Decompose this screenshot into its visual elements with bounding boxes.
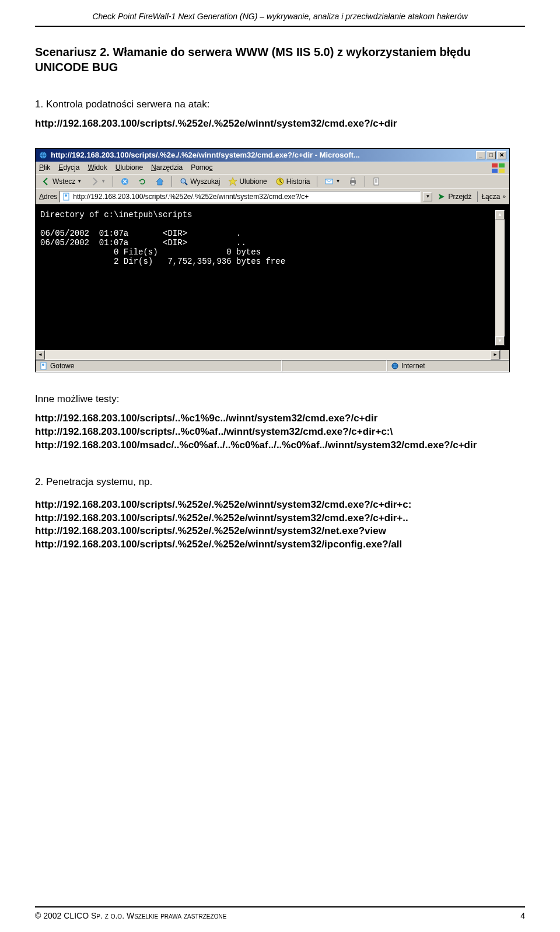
menu-file[interactable]: Plik	[39, 163, 50, 173]
history-icon	[275, 177, 285, 186]
section-title: Scenariusz 2. Włamanie do serwera WWW (M…	[35, 44, 525, 75]
favorites-button[interactable]: Ulubione	[226, 176, 269, 187]
menu-favorites[interactable]: Ulubione	[116, 163, 143, 173]
directory-listing: Directory of c:\inetpub\scripts 06/05/20…	[40, 210, 495, 345]
svg-point-17	[42, 364, 44, 366]
search-button[interactable]: Wyszukaj	[177, 176, 222, 187]
home-icon	[155, 177, 164, 186]
step1-url: http://192.168.203.100/scripts/.%252e/.%…	[35, 117, 525, 131]
page-content: Directory of c:\inetpub\scripts 06/05/20…	[36, 204, 509, 350]
forward-button[interactable]: ▼	[88, 176, 108, 187]
resize-grip[interactable]	[500, 350, 509, 359]
stop-icon	[120, 177, 130, 186]
home-button[interactable]	[153, 176, 167, 187]
document-header: Check Point FireWall-1 Next Generation (…	[35, 12, 525, 27]
svg-rect-2	[499, 163, 505, 167]
step2-label: 2. Penetracja systemu, np.	[35, 476, 525, 489]
toolbar: Wstecz ▼ ▼ Wyszukaj	[36, 174, 509, 189]
star-icon	[228, 177, 237, 186]
page-icon	[62, 193, 71, 201]
scroll-right-button[interactable]: ►	[491, 350, 500, 359]
back-arrow-icon	[41, 177, 51, 186]
svg-point-6	[181, 179, 186, 183]
address-label: Adres	[39, 193, 57, 201]
status-right: Internet	[387, 360, 509, 372]
svg-rect-16	[41, 362, 46, 369]
minimize-button[interactable]: _	[476, 151, 485, 159]
ie-icon	[38, 151, 48, 160]
svg-point-15	[65, 194, 67, 197]
scroll-up-button[interactable]: ▲	[495, 210, 505, 219]
maximize-button[interactable]: □	[487, 151, 496, 159]
page-number: 4	[520, 911, 525, 920]
address-input[interactable]: http://192.168.203.100/scripts/.%252e/.%…	[60, 191, 421, 203]
other-tests-urls: http://192.168.203.100/scripts/..%c1%9c.…	[35, 412, 525, 452]
other-tests-intro: Inne możliwe testy:	[35, 393, 525, 406]
svg-rect-12	[351, 183, 355, 185]
status-bar: Gotowe Internet	[36, 359, 509, 372]
browser-window: http://192.168.203.100/scripts/.%2e./.%2…	[35, 148, 510, 372]
refresh-icon	[138, 177, 147, 186]
menu-edit[interactable]: Edycja	[58, 163, 79, 173]
horizontal-scrollbar[interactable]: ◄ ►	[36, 350, 509, 359]
menu-bar: Plik Edycja Widok Ulubione Narzędzia Pom…	[36, 162, 509, 174]
status-mid	[282, 360, 387, 372]
svg-line-7	[185, 183, 187, 185]
svg-rect-1	[492, 163, 498, 167]
address-dropdown[interactable]: ▼	[423, 192, 432, 201]
page-footer: © 2002 CLICO Sp. z o.o. Wszelkie prawa z…	[35, 906, 525, 920]
step1-label: 1. Kontrola podatności serwera na atak:	[35, 98, 525, 111]
menu-tools[interactable]: Narzędzia	[151, 163, 183, 173]
back-button[interactable]: Wstecz ▼	[39, 176, 84, 187]
refresh-button[interactable]	[135, 176, 149, 187]
scroll-left-button[interactable]: ◄	[36, 350, 45, 359]
window-titlebar: http://192.168.203.100/scripts/.%2e./.%2…	[36, 149, 509, 162]
windows-flag-icon	[492, 163, 506, 173]
address-bar: Adres http://192.168.203.100/scripts/.%2…	[36, 189, 509, 204]
go-icon	[437, 192, 446, 201]
status-left: Gotowe	[36, 360, 282, 372]
window-title-text: http://192.168.203.100/scripts/.%2e./.%2…	[51, 151, 360, 159]
svg-rect-3	[492, 169, 498, 173]
go-button[interactable]: Przejdź	[435, 191, 474, 202]
history-button[interactable]: Historia	[273, 176, 313, 187]
search-icon	[179, 177, 188, 186]
address-value: http://192.168.203.100/scripts/.%252e/.%…	[73, 193, 309, 201]
svg-rect-14	[64, 193, 69, 200]
print-icon	[348, 177, 358, 186]
scroll-down-button[interactable]: ▼	[495, 336, 505, 345]
forward-arrow-icon	[90, 177, 99, 186]
print-button[interactable]	[346, 176, 360, 187]
mail-icon	[324, 177, 334, 186]
menu-view[interactable]: Widok	[88, 163, 107, 173]
step2-urls: http://192.168.203.100/scripts/.%252e/.%…	[35, 498, 525, 552]
links-chevron-icon[interactable]: »	[502, 193, 506, 200]
vertical-scrollbar[interactable]: ▲ ▼	[495, 210, 505, 345]
menu-help[interactable]: Pomoc	[191, 163, 212, 173]
scroll-track[interactable]	[495, 219, 505, 336]
scroll-track-h[interactable]	[45, 350, 491, 359]
edit-button[interactable]	[370, 176, 384, 187]
svg-rect-11	[351, 178, 355, 180]
svg-rect-13	[374, 178, 379, 185]
done-icon	[40, 362, 48, 370]
stop-button[interactable]	[118, 176, 132, 187]
close-button[interactable]: ✕	[497, 151, 506, 159]
internet-zone-icon	[391, 362, 399, 370]
links-label[interactable]: Łącza	[481, 193, 500, 201]
copyright-text: © 2002 CLICO Sp. z o.o. Wszelkie prawa z…	[35, 911, 226, 920]
edit-icon	[372, 177, 382, 186]
mail-button[interactable]: ▼	[322, 176, 342, 187]
svg-rect-4	[499, 169, 505, 173]
